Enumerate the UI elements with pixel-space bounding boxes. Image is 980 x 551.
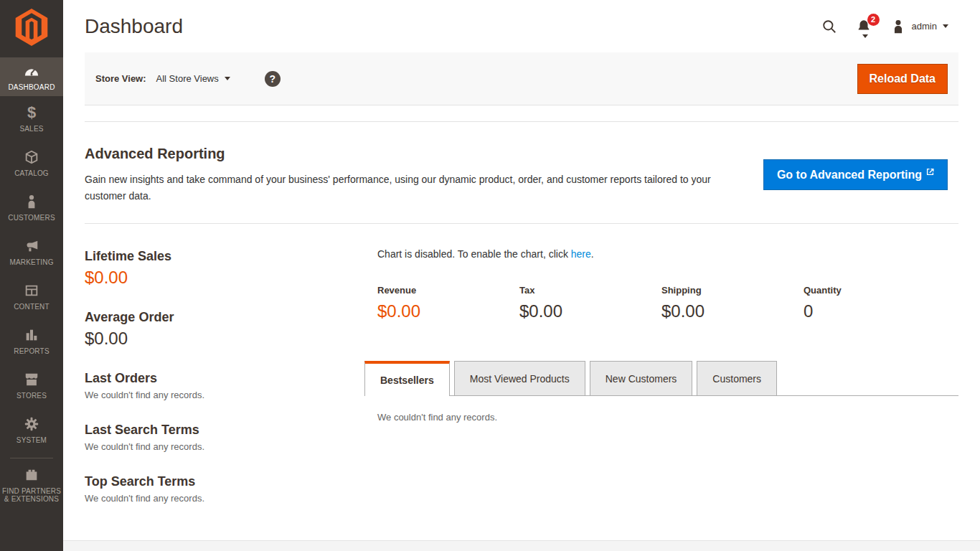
- sidebar-item-label: STORES: [17, 392, 47, 400]
- lifetime-sales-block: Lifetime Sales $0.00: [85, 248, 364, 288]
- store-view-label: Store View:: [95, 73, 146, 84]
- sidebar-item-dashboard[interactable]: DASHBOARD: [0, 57, 63, 96]
- sidebar-item-label: DASHBOARD: [8, 83, 55, 91]
- notifications-button[interactable]: 2: [856, 19, 872, 34]
- tab-customers[interactable]: Customers: [697, 361, 777, 395]
- advanced-reporting-description: Gain new insights and take command of yo…: [85, 171, 738, 204]
- sidebar-item-system[interactable]: SYSTEM: [0, 408, 63, 452]
- chevron-down-icon: [943, 24, 948, 28]
- sidebar-item-reports[interactable]: REPORTS: [0, 319, 63, 363]
- storefront-icon: [23, 371, 40, 388]
- store-view-switcher[interactable]: All Store Views: [156, 73, 230, 84]
- layout-icon: [23, 282, 40, 299]
- sidebar-item-stores[interactable]: STORES: [0, 363, 63, 408]
- last-search-terms-block: Last Search Terms We couldn't find any r…: [85, 422, 364, 453]
- notification-count-badge: 2: [867, 14, 880, 26]
- sidebar-item-marketing[interactable]: MARKETING: [0, 230, 63, 274]
- search-icon: [821, 19, 837, 34]
- top-search-terms-empty-message: We couldn't find any records.: [85, 492, 364, 504]
- top-search-terms-title: Top Search Terms: [85, 474, 364, 489]
- chevron-down-icon: [862, 34, 868, 38]
- page-title: Dashboard: [85, 15, 183, 38]
- go-to-advanced-reporting-button[interactable]: Go to Advanced Reporting: [763, 159, 948, 190]
- totals-row: Revenue $0.00 Tax $0.00 Shipping $0.00 Q…: [364, 285, 958, 321]
- revenue-value: $0.00: [377, 301, 519, 321]
- chart-disabled-notice: Chart is disabled. To enable the chart, …: [364, 248, 958, 260]
- top-search-terms-block: Top Search Terms We couldn't find any re…: [85, 474, 364, 504]
- average-order-block: Average Order $0.00: [85, 309, 364, 349]
- chart-disabled-suffix: .: [591, 248, 594, 260]
- sidebar-item-label: FIND PARTNERS & EXTENSIONS: [1, 487, 62, 503]
- main-content: Dashboard 2 admin Store View:: [63, 0, 980, 551]
- sidebar-item-content[interactable]: CONTENT: [0, 274, 63, 319]
- help-button[interactable]: ?: [265, 71, 281, 87]
- quantity-label: Quantity: [804, 285, 946, 296]
- chevron-down-icon: [225, 77, 230, 80]
- magento-logo-icon: [15, 9, 48, 46]
- shipping-value: $0.00: [661, 301, 804, 321]
- question-mark-icon: ?: [269, 73, 275, 85]
- sidebar-item-label: REPORTS: [14, 347, 50, 355]
- dashboard-gauge-icon: [23, 62, 40, 80]
- admin-account-button[interactable]: admin: [890, 19, 948, 34]
- sidebar-item-find-partners[interactable]: FIND PARTNERS & EXTENSIONS: [0, 464, 63, 504]
- sidebar-divider: [10, 458, 53, 458]
- revenue-total: Revenue $0.00: [377, 285, 519, 321]
- sidebar-item-label: CATALOG: [14, 169, 49, 177]
- page-footer: [63, 540, 980, 551]
- magento-logo[interactable]: [0, 0, 63, 54]
- bar-chart-icon: [23, 326, 40, 344]
- tax-total: Tax $0.00: [519, 285, 661, 321]
- person-icon: [23, 193, 40, 210]
- average-order-value: $0.00: [85, 328, 364, 349]
- header-actions: 2 admin: [821, 19, 948, 34]
- last-search-terms-empty-message: We couldn't find any records.: [85, 441, 364, 453]
- stats-column: Lifetime Sales $0.00 Average Order $0.00…: [85, 248, 364, 504]
- dashboard-tabs: Bestsellers Most Viewed Products New Cus…: [364, 361, 958, 396]
- sidebar-item-label: SYSTEM: [17, 436, 47, 444]
- page-actions: Store View: All Store Views ? Reload Dat…: [85, 52, 958, 105]
- page-header: Dashboard 2 admin: [63, 0, 980, 52]
- store-view-toolbar: Store View: All Store Views ? Reload Dat…: [85, 52, 958, 105]
- tab-empty-message: We couldn't find any records.: [377, 412, 497, 423]
- shipping-total: Shipping $0.00: [661, 285, 804, 321]
- chart-disabled-text: Chart is disabled. To enable the chart, …: [377, 248, 571, 260]
- sidebar: DASHBOARD $ SALES CATALOG CUSTOMERS: [0, 0, 63, 551]
- search-button[interactable]: [821, 19, 837, 34]
- last-orders-empty-message: We couldn't find any records.: [85, 389, 364, 401]
- tax-value: $0.00: [519, 301, 661, 321]
- tab-most-viewed-products[interactable]: Most Viewed Products: [454, 361, 585, 395]
- lifetime-sales-title: Lifetime Sales: [85, 248, 364, 264]
- megaphone-icon: [23, 237, 40, 255]
- bestsellers-tab-panel: We couldn't find any records.: [364, 396, 958, 444]
- average-order-title: Average Order: [85, 309, 364, 325]
- sidebar-item-catalog[interactable]: CATALOG: [0, 141, 63, 185]
- sidebar-item-label: SALES: [19, 125, 43, 133]
- last-search-terms-title: Last Search Terms: [85, 422, 364, 438]
- admin-username: admin: [912, 21, 937, 32]
- quantity-total: Quantity 0: [804, 285, 946, 321]
- dashboard-grid: Lifetime Sales $0.00 Average Order $0.00…: [85, 224, 958, 504]
- dollar-icon: $: [23, 104, 40, 121]
- extensions-brick-icon: [23, 466, 40, 484]
- gear-icon: [23, 415, 40, 433]
- tax-label: Tax: [519, 285, 661, 296]
- store-view-value: All Store Views: [156, 73, 219, 84]
- last-orders-block: Last Orders We couldn't find any records…: [85, 370, 364, 401]
- go-to-advanced-reporting-label: Go to Advanced Reporting: [777, 169, 922, 182]
- sidebar-item-label: CUSTOMERS: [8, 214, 55, 222]
- last-orders-title: Last Orders: [85, 370, 364, 386]
- advanced-reporting-section: Advanced Reporting Gain new insights and…: [85, 122, 958, 204]
- lifetime-sales-value: $0.00: [85, 267, 364, 288]
- avatar-icon: [890, 19, 906, 34]
- sidebar-item-sales[interactable]: $ SALES: [0, 96, 63, 141]
- sidebar-item-label: MARKETING: [9, 258, 53, 266]
- tab-bestsellers[interactable]: Bestsellers: [364, 361, 450, 396]
- quantity-value: 0: [804, 301, 946, 321]
- enable-chart-link[interactable]: here: [571, 248, 591, 260]
- reload-data-button[interactable]: Reload Data: [857, 64, 948, 94]
- revenue-label: Revenue: [377, 285, 519, 296]
- cube-icon: [23, 149, 40, 166]
- tab-new-customers[interactable]: New Customers: [590, 361, 693, 395]
- sidebar-item-customers[interactable]: CUSTOMERS: [0, 185, 63, 230]
